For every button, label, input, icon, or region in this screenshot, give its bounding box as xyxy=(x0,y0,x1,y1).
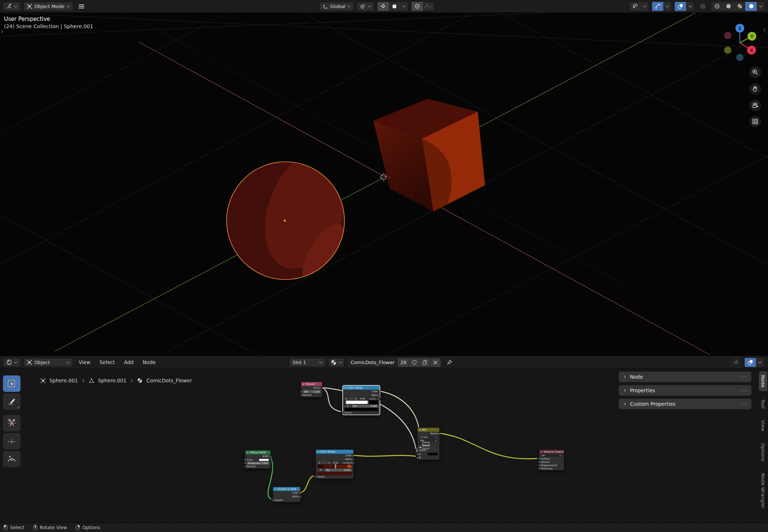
node-diffuse-bsdf[interactable]: Diffuse BSDF BSDF Color Roughness0.000 N… xyxy=(245,450,271,469)
socket-in[interactable] xyxy=(300,394,302,396)
pivot-point-dropdown[interactable] xyxy=(357,2,374,11)
stop-position-slider[interactable]: Pos0.692 xyxy=(352,405,378,408)
gizmo-neg-x[interactable] xyxy=(724,32,731,39)
socket-out[interactable] xyxy=(321,387,323,389)
clamp-factor-checkbox[interactable] xyxy=(419,446,421,448)
ramp-stop-2-selected[interactable] xyxy=(335,464,336,468)
node-fresnel[interactable]: Fresnel Factor IOR1.100 Normal xyxy=(301,382,323,397)
fake-user-button[interactable] xyxy=(409,358,420,367)
xray-toggle[interactable] xyxy=(697,2,708,11)
navigation-gizmo[interactable]: Z Y X xyxy=(724,24,756,61)
node-header[interactable]: Fresnel xyxy=(301,382,322,386)
a-color-swatch[interactable] xyxy=(428,453,438,456)
stop-position-slider[interactable]: Pos0.511 xyxy=(325,469,352,472)
socket-in[interactable] xyxy=(538,461,540,463)
sphere-object[interactable] xyxy=(227,139,362,287)
stop-color-swatch[interactable] xyxy=(317,472,352,475)
socket-in[interactable] xyxy=(417,450,418,452)
overlays-dropdown[interactable] xyxy=(686,2,694,11)
interpolation-dropdown[interactable]: Constant xyxy=(341,461,355,464)
socket-in[interactable] xyxy=(538,458,540,460)
transform-orientation-dropdown[interactable]: Global xyxy=(319,2,354,11)
panel-node[interactable]: Node xyxy=(619,371,752,382)
browse-material-dropdown[interactable] xyxy=(328,358,344,367)
collapse-icon[interactable] xyxy=(344,387,346,389)
node-snap-toggle[interactable] xyxy=(730,358,742,367)
node-header[interactable]: Color Ramp xyxy=(316,450,353,454)
remove-stop-button[interactable]: - xyxy=(349,397,353,400)
shading-wireframe-button[interactable] xyxy=(711,2,723,11)
snap-dropdown-chevron[interactable] xyxy=(400,2,408,11)
stop-index[interactable]: 2 xyxy=(317,469,324,472)
socket-in[interactable] xyxy=(315,476,317,478)
node-header[interactable]: Color Ramp xyxy=(343,386,380,390)
ortho-toggle-button[interactable] xyxy=(749,116,761,127)
gizmo-neg-z[interactable] xyxy=(736,54,743,61)
color-swatch[interactable] xyxy=(259,458,269,461)
socket-in[interactable] xyxy=(342,412,344,414)
node-header[interactable]: Mix xyxy=(418,428,439,432)
cube-object[interactable] xyxy=(373,99,485,211)
menu-view[interactable]: View xyxy=(75,358,94,367)
ramp-stop-0[interactable] xyxy=(345,400,346,404)
shading-rendered-button[interactable] xyxy=(745,2,757,11)
pan-button[interactable] xyxy=(749,83,761,95)
shading-dropdown[interactable] xyxy=(757,2,765,11)
socket-in[interactable] xyxy=(244,466,246,468)
stop-index[interactable]: 1 xyxy=(344,405,351,408)
gizmos-dropdown[interactable] xyxy=(663,2,671,11)
tab-options[interactable]: Options xyxy=(759,439,767,465)
drag-grip-icon[interactable] xyxy=(740,389,747,392)
node-header[interactable]: Shader to RGB xyxy=(273,487,300,491)
snap-toggle[interactable] xyxy=(377,2,389,11)
panel-properties[interactable]: Properties xyxy=(619,385,752,396)
socket-in[interactable] xyxy=(538,468,540,469)
node-overlays-toggle[interactable] xyxy=(745,358,756,367)
stop-color-swatch[interactable] xyxy=(344,408,378,411)
panel-custom-properties[interactable]: Custom Properties xyxy=(619,398,752,409)
color-mode-dropdown[interactable]: RGB xyxy=(359,397,367,400)
toolbar-expand-arrow[interactable] xyxy=(0,30,4,34)
ramp-options-button[interactable] xyxy=(354,397,358,400)
shader-type-dropdown[interactable]: Object xyxy=(23,358,73,367)
collapse-icon[interactable] xyxy=(247,452,249,453)
editor-type-selector[interactable] xyxy=(3,2,21,11)
drag-grip-icon[interactable] xyxy=(740,375,747,379)
proportional-editing-toggle[interactable] xyxy=(411,2,423,11)
ramp-options-button[interactable] xyxy=(327,461,331,464)
shader-node-editor[interactable]: Sphere.001 Sphere.001 ComicDots_Flower xyxy=(0,369,768,522)
color-ramp-gradient[interactable] xyxy=(344,400,378,404)
unlink-material-button[interactable] xyxy=(430,358,441,367)
sidebar-expand-arrow[interactable] xyxy=(763,29,767,33)
socket-out[interactable] xyxy=(379,394,381,396)
socket-out[interactable] xyxy=(353,458,354,460)
zoom-button[interactable] xyxy=(749,66,761,78)
header-menu-button[interactable] xyxy=(76,2,87,11)
overlays-toggle[interactable] xyxy=(675,2,686,11)
socket-out[interactable] xyxy=(299,496,301,498)
mode-selector[interactable]: Object Mode xyxy=(23,2,73,11)
collapse-icon[interactable] xyxy=(419,429,421,431)
add-stop-button[interactable]: + xyxy=(317,461,321,464)
node-header[interactable]: Diffuse BSDF xyxy=(245,450,271,454)
drag-grip-icon[interactable] xyxy=(740,402,747,406)
material-users-count[interactable]: 29 xyxy=(398,358,409,367)
collapse-icon[interactable] xyxy=(317,451,319,453)
ramp-stop-1-selected[interactable] xyxy=(368,400,369,404)
roughness-slider[interactable]: Roughness0.000 xyxy=(247,462,269,465)
collapse-icon[interactable] xyxy=(303,383,305,385)
menu-select[interactable]: Select xyxy=(96,358,118,367)
visibility-dropdown[interactable] xyxy=(641,2,649,11)
socket-out[interactable] xyxy=(379,391,381,393)
pin-button[interactable] xyxy=(444,358,455,367)
material-slot-dropdown[interactable]: Slot 1 xyxy=(289,358,326,367)
socket-in[interactable] xyxy=(417,453,418,455)
menu-node[interactable]: Node xyxy=(139,358,159,367)
tab-node[interactable]: Node xyxy=(759,371,767,391)
clamp-result-checkbox[interactable] xyxy=(419,443,421,445)
camera-view-button[interactable] xyxy=(749,100,761,111)
tab-node-wrangler[interactable]: Node Wrangler xyxy=(759,469,767,512)
shading-solid-button[interactable] xyxy=(723,2,734,11)
socket-in[interactable] xyxy=(300,391,302,393)
editor-type-selector-shader[interactable] xyxy=(3,358,21,367)
